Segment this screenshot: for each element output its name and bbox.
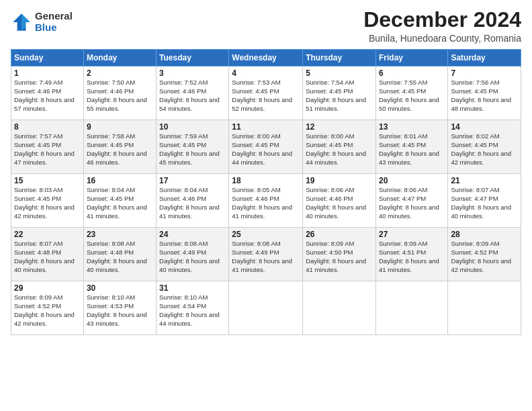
cell-week5-day4 [303, 281, 376, 335]
day-number: 12 [306, 122, 373, 132]
day-number: 30 [87, 283, 153, 293]
cell-week3-day2: 17Sunrise: 8:04 AM Sunset: 4:46 PM Dayli… [157, 174, 229, 228]
header-row: General Blue December 2024 Bunila, Huned… [11, 8, 521, 44]
header-row-days: Sunday Monday Tuesday Wednesday Thursday… [11, 50, 521, 66]
day-info: Sunrise: 7:55 AM Sunset: 4:45 PM Dayligh… [379, 79, 445, 113]
cell-week5-day5 [375, 281, 447, 335]
day-number: 16 [87, 176, 153, 185]
cell-week5-day6 [448, 281, 521, 335]
cell-week3-day3: 18Sunrise: 8:05 AM Sunset: 4:46 PM Dayli… [229, 174, 303, 228]
day-info: Sunrise: 8:04 AM Sunset: 4:45 PM Dayligh… [87, 186, 153, 220]
day-number: 13 [379, 122, 445, 132]
svg-marker-1 [21, 13, 30, 31]
cell-week2-day0: 8Sunrise: 7:57 AM Sunset: 4:45 PM Daylig… [11, 120, 84, 174]
day-info: Sunrise: 7:53 AM Sunset: 4:45 PM Dayligh… [232, 79, 300, 113]
day-info: Sunrise: 8:02 AM Sunset: 4:45 PM Dayligh… [451, 132, 518, 167]
day-info: Sunrise: 8:01 AM Sunset: 4:45 PM Dayligh… [379, 132, 445, 167]
day-info: Sunrise: 7:52 AM Sunset: 4:46 PM Dayligh… [159, 79, 226, 113]
title-block: December 2024 Bunila, Hunedoara County, … [363, 8, 521, 44]
day-number: 18 [232, 176, 300, 185]
day-info: Sunrise: 8:06 AM Sunset: 4:46 PM Dayligh… [306, 186, 373, 220]
col-wednesday: Wednesday [229, 50, 303, 66]
day-number: 1 [14, 68, 81, 78]
cell-week2-day5: 13Sunrise: 8:01 AM Sunset: 4:45 PM Dayli… [375, 120, 447, 174]
day-number: 29 [14, 283, 81, 293]
day-number: 2 [87, 68, 153, 78]
location-subtitle: Bunila, Hunedoara County, Romania [363, 33, 521, 44]
cell-week1-day4: 5Sunrise: 7:54 AM Sunset: 4:45 PM Daylig… [303, 66, 376, 120]
day-info: Sunrise: 8:05 AM Sunset: 4:46 PM Dayligh… [232, 186, 300, 220]
day-info: Sunrise: 8:09 AM Sunset: 4:50 PM Dayligh… [306, 240, 373, 274]
day-number: 6 [379, 68, 445, 78]
day-number: 14 [451, 122, 518, 132]
day-number: 20 [379, 176, 445, 185]
day-number: 25 [232, 230, 300, 239]
day-number: 21 [451, 176, 518, 185]
day-number: 31 [159, 283, 226, 293]
logo: General Blue [11, 11, 73, 33]
main-container: General Blue December 2024 Bunila, Huned… [0, 0, 532, 340]
cell-week1-day6: 7Sunrise: 7:56 AM Sunset: 4:45 PM Daylig… [448, 66, 521, 120]
cell-week3-day6: 21Sunrise: 8:07 AM Sunset: 4:47 PM Dayli… [448, 174, 521, 228]
day-number: 28 [451, 230, 518, 239]
logo-general-text: General [35, 11, 73, 22]
cell-week5-day3 [229, 281, 303, 335]
week-row-2: 8Sunrise: 7:57 AM Sunset: 4:45 PM Daylig… [11, 120, 521, 174]
cell-week4-day6: 28Sunrise: 8:09 AM Sunset: 4:52 PM Dayli… [448, 228, 521, 281]
day-info: Sunrise: 8:07 AM Sunset: 4:47 PM Dayligh… [451, 186, 518, 220]
day-info: Sunrise: 8:00 AM Sunset: 4:45 PM Dayligh… [306, 132, 373, 167]
day-info: Sunrise: 7:54 AM Sunset: 4:45 PM Dayligh… [306, 79, 373, 113]
cell-week1-day0: 1Sunrise: 7:49 AM Sunset: 4:46 PM Daylig… [11, 66, 84, 120]
day-number: 11 [232, 122, 300, 132]
day-info: Sunrise: 8:09 AM Sunset: 4:51 PM Dayligh… [379, 240, 445, 274]
cell-week2-day4: 12Sunrise: 8:00 AM Sunset: 4:45 PM Dayli… [303, 120, 376, 174]
col-tuesday: Tuesday [157, 50, 229, 66]
cell-week4-day3: 25Sunrise: 8:08 AM Sunset: 4:49 PM Dayli… [229, 228, 303, 281]
day-number: 9 [87, 122, 153, 132]
day-number: 3 [159, 68, 226, 78]
calendar-table: Sunday Monday Tuesday Wednesday Thursday… [11, 49, 521, 335]
cell-week2-day1: 9Sunrise: 7:58 AM Sunset: 4:45 PM Daylig… [83, 120, 156, 174]
day-number: 15 [14, 176, 81, 185]
day-info: Sunrise: 7:57 AM Sunset: 4:45 PM Dayligh… [14, 132, 81, 167]
col-sunday: Sunday [11, 50, 84, 66]
day-number: 17 [159, 176, 226, 185]
day-info: Sunrise: 7:59 AM Sunset: 4:45 PM Dayligh… [159, 132, 226, 167]
logo-text: General Blue [35, 11, 73, 33]
day-info: Sunrise: 7:49 AM Sunset: 4:46 PM Dayligh… [14, 79, 81, 113]
day-info: Sunrise: 8:06 AM Sunset: 4:47 PM Dayligh… [379, 186, 445, 220]
day-number: 26 [306, 230, 373, 239]
cell-week2-day2: 10Sunrise: 7:59 AM Sunset: 4:45 PM Dayli… [157, 120, 229, 174]
col-saturday: Saturday [448, 50, 521, 66]
day-info: Sunrise: 8:00 AM Sunset: 4:45 PM Dayligh… [232, 132, 300, 167]
day-number: 7 [451, 68, 518, 78]
week-row-3: 15Sunrise: 8:03 AM Sunset: 4:45 PM Dayli… [11, 174, 521, 228]
day-number: 10 [159, 122, 226, 132]
day-info: Sunrise: 8:04 AM Sunset: 4:46 PM Dayligh… [159, 186, 226, 220]
cell-week5-day1: 30Sunrise: 8:10 AM Sunset: 4:53 PM Dayli… [83, 281, 156, 335]
cell-week1-day5: 6Sunrise: 7:55 AM Sunset: 4:45 PM Daylig… [375, 66, 447, 120]
cell-week4-day4: 26Sunrise: 8:09 AM Sunset: 4:50 PM Dayli… [303, 228, 376, 281]
day-info: Sunrise: 8:03 AM Sunset: 4:45 PM Dayligh… [14, 186, 81, 220]
logo-blue-text: Blue [35, 22, 73, 34]
day-info: Sunrise: 8:10 AM Sunset: 4:53 PM Dayligh… [87, 293, 153, 328]
day-info: Sunrise: 7:58 AM Sunset: 4:45 PM Dayligh… [87, 132, 153, 167]
cell-week3-day5: 20Sunrise: 8:06 AM Sunset: 4:47 PM Dayli… [375, 174, 447, 228]
day-number: 24 [159, 230, 226, 239]
day-info: Sunrise: 7:50 AM Sunset: 4:46 PM Dayligh… [87, 79, 153, 113]
day-info: Sunrise: 8:08 AM Sunset: 4:49 PM Dayligh… [232, 240, 300, 274]
col-monday: Monday [83, 50, 156, 66]
col-friday: Friday [375, 50, 447, 66]
day-info: Sunrise: 8:10 AM Sunset: 4:54 PM Dayligh… [159, 293, 226, 328]
day-info: Sunrise: 8:08 AM Sunset: 4:48 PM Dayligh… [87, 240, 153, 274]
day-info: Sunrise: 8:09 AM Sunset: 4:52 PM Dayligh… [14, 293, 81, 328]
cell-week3-day0: 15Sunrise: 8:03 AM Sunset: 4:45 PM Dayli… [11, 174, 84, 228]
cell-week4-day0: 22Sunrise: 8:07 AM Sunset: 4:48 PM Dayli… [11, 228, 84, 281]
day-info: Sunrise: 8:08 AM Sunset: 4:49 PM Dayligh… [159, 240, 226, 274]
cell-week5-day2: 31Sunrise: 8:10 AM Sunset: 4:54 PM Dayli… [157, 281, 229, 335]
week-row-1: 1Sunrise: 7:49 AM Sunset: 4:46 PM Daylig… [11, 66, 521, 120]
day-number: 19 [306, 176, 373, 185]
cell-week4-day2: 24Sunrise: 8:08 AM Sunset: 4:49 PM Dayli… [157, 228, 229, 281]
day-number: 4 [232, 68, 300, 78]
week-row-5: 29Sunrise: 8:09 AM Sunset: 4:52 PM Dayli… [11, 281, 521, 335]
